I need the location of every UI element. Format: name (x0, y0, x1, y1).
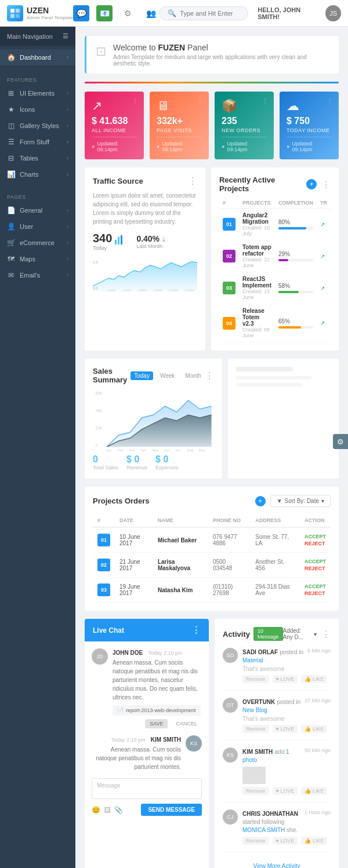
activity-link-4[interactable]: MONICA SMITH (242, 827, 285, 833)
order-phone-2: (01310) 27698 (208, 578, 251, 603)
activity-filter[interactable]: Added: Any D... ▾ (283, 628, 317, 640)
love-btn-3[interactable]: ♥ LOVE (273, 787, 298, 795)
menu-toggle-icon[interactable]: ☰ (63, 32, 68, 40)
nav-icon-users[interactable]: 👥 (143, 5, 159, 21)
sidebar-item-emails[interactable]: ✉ Email's › (0, 267, 75, 283)
project-trend-1: ↗ (317, 240, 331, 272)
sort-button[interactable]: ▼ Sort By: Date ▾ (270, 495, 331, 507)
activity-avatar-3: KS (223, 747, 238, 763)
sales-tabs: Today Week Month (130, 371, 205, 380)
remove-btn-4[interactable]: Remove (242, 837, 269, 845)
sales-menu-icon[interactable]: ⋮ (205, 370, 214, 381)
project-trend-2: ↗ (317, 272, 331, 304)
like-btn-1[interactable]: 👍 LIKE (301, 675, 327, 683)
search-input[interactable] (180, 10, 240, 17)
send-message-button[interactable]: SEND MESSAGE (141, 804, 202, 816)
reject-btn-0[interactable]: REJECT (304, 541, 326, 546)
remove-btn-1[interactable]: Remove (242, 675, 269, 683)
image-icon[interactable]: 🖼 (104, 806, 111, 814)
svg-rect-4 (115, 240, 117, 245)
file-icon: 📄 (117, 707, 124, 713)
traffic-pct-label: Last Month (136, 243, 166, 249)
table-row: 04 Release Totem v2.3 Created: 09 June 6… (219, 304, 331, 342)
like-btn-3[interactable]: 👍 LIKE (301, 787, 327, 795)
revenue-label: Revenue (126, 465, 147, 471)
activity-menu-icon[interactable]: ⋮ (321, 629, 331, 640)
svg-text:40k: 40k (96, 409, 103, 413)
love-btn-4[interactable]: ♥ LOVE (273, 837, 298, 845)
nav-icon-1[interactable]: 💬 (73, 5, 89, 21)
save-message-button[interactable]: SAVE (145, 719, 168, 728)
love-btn-2[interactable]: ♥ LOVE (273, 725, 298, 733)
activity-link-1[interactable]: Material (242, 657, 263, 663)
sidebar-item-icons[interactable]: ★ Icons › (0, 101, 75, 118)
table-row: 01 10 June 2017 Michael Baker 076 9477 4… (93, 527, 331, 553)
accept-btn-2[interactable]: ACCEPT (304, 583, 326, 589)
remove-btn-2[interactable]: Remove (242, 725, 269, 733)
fab-settings-button[interactable]: ⚙ (333, 434, 348, 449)
add-order-button[interactable]: + (255, 496, 266, 506)
attach-icon[interactable]: 📎 (114, 806, 123, 814)
add-project-button[interactable]: + (306, 179, 317, 189)
reject-btn-2[interactable]: REJECT (304, 590, 326, 596)
message-input[interactable]: Message (92, 778, 202, 799)
tab-month[interactable]: Month (182, 371, 205, 380)
svg-rect-3 (16, 14, 20, 18)
user-avatar[interactable]: JS (325, 5, 341, 21)
sidebar-item-tables[interactable]: ⊟ Tables › (0, 150, 75, 166)
sidebar-label-forms: Form Stuff (20, 138, 49, 145)
svg-rect-1 (16, 9, 20, 13)
sidebar-item-charts[interactable]: 📊 Charts › (0, 166, 75, 183)
activity-reactions-2: Remove ♥ LOVE 👍 LIKE (242, 725, 331, 733)
tab-today[interactable]: Today (130, 371, 153, 380)
chat-footer: 😊 🖼 📎 SEND MESSAGE (92, 804, 202, 816)
stat-card-visits: ⋮ 🖥 332k+ PAGE VISITS ● Updated: 09:14pm (150, 92, 209, 159)
love-btn-1[interactable]: ♥ LOVE (273, 675, 298, 683)
activity-link-2[interactable]: New Blog (242, 707, 267, 713)
gallery-icon: ◫ (7, 122, 15, 130)
sidebar-item-ui-elements[interactable]: ⊞ UI Elements › (0, 85, 75, 101)
like-btn-4[interactable]: 👍 LIKE (301, 837, 327, 845)
placeholder-card (228, 359, 339, 479)
stat-card-today-income: ⋮ ☁ $ 750 TODAY INCOME ● Updated: 09:14p… (280, 92, 339, 159)
traffic-menu-icon[interactable]: ⋮ (188, 176, 197, 187)
remove-btn-3[interactable]: Remove (242, 787, 269, 795)
bar-chart-icon (114, 233, 125, 245)
search-bar[interactable]: 🔍 (159, 6, 248, 20)
tab-week[interactable]: Week (157, 371, 178, 380)
nav-icon-2[interactable]: 📧 (96, 5, 113, 21)
emoji-icon[interactable]: 😊 (92, 806, 100, 814)
cancel-message-button[interactable]: CANCEL (171, 719, 202, 728)
order-date-1: 21 June 2017 (115, 553, 153, 578)
stat-card-income: ⋮ ↗ $ 41.638 ALL INCOME ● Updated: 09:14… (85, 92, 144, 159)
svg-text:1:3000: 1:3000 (137, 289, 146, 292)
sidebar-label-tables: Tables (20, 155, 38, 162)
activity-time-4: 1 Hour Ago (304, 809, 331, 834)
sidebar-item-maps[interactable]: 🗺 Maps › (0, 251, 75, 267)
view-more-activity[interactable]: View More Activity (223, 859, 331, 868)
nav-icon-gear[interactable]: ⚙ (119, 5, 136, 21)
sidebar-item-gallery[interactable]: ◫ Gallery Styles › (0, 118, 75, 134)
col-projects: PROJECTS (239, 198, 275, 209)
project-info-3: Release Totem v2.3 Created: 09 June (239, 304, 275, 342)
like-btn-2[interactable]: 👍 LIKE (301, 725, 327, 733)
accept-btn-1[interactable]: ACCEPT (304, 559, 326, 564)
order-actions-2: ACCEPT REJECT (300, 578, 331, 603)
chevron-right-icon-12: › (67, 272, 68, 278)
chat-body: JD JOHN DOE Today 2:10 pm Aenean massa. … (85, 641, 209, 823)
sidebar-item-ecommerce[interactable]: 🛒 eCommerce › (0, 235, 75, 251)
chat-menu-icon[interactable]: ⋮ (191, 625, 201, 636)
activity-header: Activity 10 Message Added: Any D... ▾ ⋮ (223, 627, 331, 641)
sidebar-item-dashboard[interactable]: 🏠 Dashboard › (0, 49, 75, 65)
sidebar-item-user[interactable]: 👤 User › (0, 218, 75, 235)
active-projects-menu-icon[interactable]: ⋮ (321, 179, 331, 190)
sidebar-item-general[interactable]: 📄 General › (0, 202, 75, 218)
main-content: ⊡ Welcome to FUZEN Panel Admin Template … (75, 27, 348, 868)
activity-image-3 (242, 767, 266, 784)
reject-btn-1[interactable]: REJECT (304, 566, 326, 571)
sidebar-item-forms[interactable]: ☰ Form Stuff › (0, 134, 75, 150)
chevron-right-icon-6: › (67, 155, 68, 161)
live-chat-widget: Live Chat ⋮ JD JOHN DOE Today 2:10 pm Ae… (85, 619, 209, 868)
pages-section-title: PAGES (0, 189, 75, 202)
accept-btn-0[interactable]: ACCEPT (304, 534, 326, 539)
